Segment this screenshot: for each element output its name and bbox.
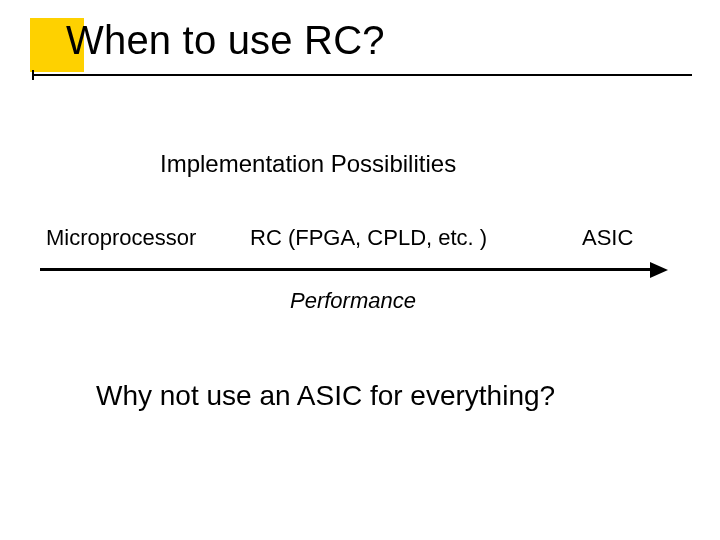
slide-title: When to use RC? [66, 18, 385, 63]
spectrum-label-rc: RC (FPGA, CPLD, etc. ) [250, 225, 487, 251]
implementation-possibilities-heading: Implementation Possibilities [160, 150, 456, 178]
spectrum-label-microprocessor: Microprocessor [46, 225, 196, 251]
spectrum-label-asic: ASIC [582, 225, 633, 251]
performance-arrow-head-icon [650, 262, 668, 278]
title-rule [32, 74, 692, 76]
slide: When to use RC? Implementation Possibili… [0, 0, 720, 540]
closing-question: Why not use an ASIC for everything? [96, 380, 555, 412]
performance-axis-label: Performance [290, 288, 416, 314]
performance-arrow-line [40, 268, 652, 271]
